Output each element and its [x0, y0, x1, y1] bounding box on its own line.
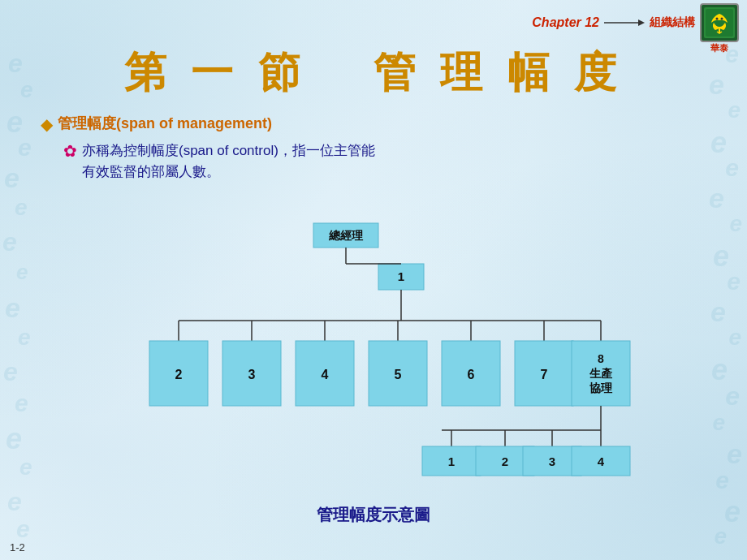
- svg-text:3: 3: [248, 368, 256, 381]
- star-icon: ✿: [63, 141, 77, 161]
- svg-text:生產: 生產: [589, 367, 613, 380]
- header: Chapter 12 組織結構: [532, 3, 739, 42]
- svg-text:總經理: 總經理: [328, 229, 364, 242]
- content: ◆ 管理幅度(span of management) ✿ 亦稱為控制幅度(spa…: [41, 114, 731, 185]
- svg-text:5: 5: [395, 368, 402, 381]
- logo: [700, 3, 739, 42]
- main-bullet: ◆ 管理幅度(span of management): [41, 114, 731, 134]
- main-bullet-text: 管理幅度(span of management): [58, 114, 272, 133]
- sub-line1: 亦稱為控制幅度(span of control)，指一位主管能: [82, 143, 375, 158]
- org-chart-svg: 總經理 1 2 3 4 5: [0, 215, 747, 523]
- sub-line2: 有效監督的部屬人數。: [82, 164, 220, 179]
- svg-marker-1: [638, 19, 645, 26]
- header-arrow: [604, 16, 645, 29]
- main-title: 第 一 節 管 理 幅 度: [0, 45, 747, 101]
- svg-point-3: [716, 18, 719, 20]
- sub-bullet-text: 亦稱為控制幅度(span of control)，指一位主管能 有效監督的部屬人…: [82, 140, 375, 182]
- svg-text:8: 8: [598, 352, 604, 365]
- page-container: e e e e e e e e e e e e e e e e e e e e …: [0, 0, 747, 560]
- svg-text:7: 7: [541, 368, 548, 381]
- logo-inner: [704, 7, 735, 38]
- diagram-label: 管理幅度示意圖: [0, 504, 747, 526]
- svg-text:6: 6: [468, 368, 475, 381]
- svg-text:2: 2: [502, 454, 508, 468]
- org-label: 組織結構: [650, 15, 695, 30]
- svg-point-4: [721, 18, 723, 20]
- chapter-title: Chapter 12: [532, 15, 599, 30]
- page-number: 1-2: [10, 541, 25, 554]
- sub-bullet: ✿ 亦稱為控制幅度(span of control)，指一位主管能 有效監督的部…: [63, 140, 731, 182]
- svg-text:1: 1: [398, 269, 404, 283]
- svg-text:1: 1: [448, 454, 455, 468]
- svg-text:4: 4: [322, 368, 329, 381]
- svg-text:協理: 協理: [589, 381, 613, 394]
- svg-text:4: 4: [598, 454, 605, 468]
- diamond-icon: ◆: [41, 114, 53, 134]
- svg-text:3: 3: [549, 454, 555, 468]
- svg-text:2: 2: [175, 368, 183, 381]
